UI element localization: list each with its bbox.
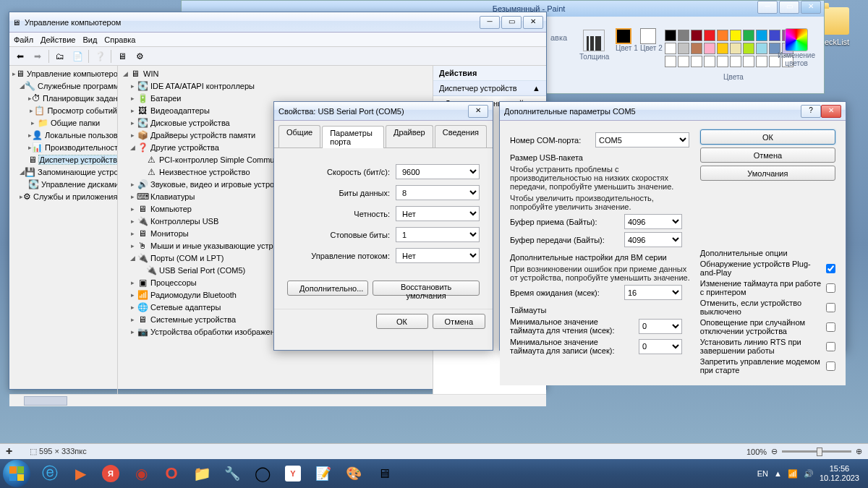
help-icon[interactable]: ❔: [92, 48, 108, 64]
network-icon[interactable]: 📶: [788, 469, 798, 479]
databits-select[interactable]: 8: [396, 185, 480, 200]
expand-icon[interactable]: ▸: [128, 181, 137, 188]
tree-item[interactable]: ▸🖥Управление компьютером (л: [11, 67, 117, 80]
color-swatch[interactable]: [678, 30, 689, 41]
color-swatch[interactable]: [717, 30, 728, 41]
expand-icon[interactable]: ▸: [128, 107, 137, 114]
color-swatch[interactable]: [743, 56, 754, 67]
expand-icon[interactable]: ▸: [128, 242, 137, 249]
scan-icon[interactable]: 🖥: [114, 48, 130, 64]
tab-3[interactable]: Сведения: [435, 125, 487, 147]
taskbar-app-icon[interactable]: ◉: [127, 462, 156, 485]
taskbar-paint-icon[interactable]: 🎨: [339, 462, 368, 485]
maximize-button[interactable]: ▭: [779, 1, 799, 14]
color-palette[interactable]: [665, 30, 788, 67]
color-swatch[interactable]: [756, 30, 767, 41]
taskbar-yandex-icon[interactable]: Я: [96, 462, 125, 485]
expand-icon[interactable]: ◢: [20, 82, 25, 90]
mgmt-toolbar[interactable]: ⬅ ➡ 🗂 📄 ❔ 🖥 ⚙: [9, 47, 546, 66]
close-button[interactable]: ✕: [523, 16, 543, 29]
taskbar-mgmt-icon[interactable]: 🖥: [370, 462, 399, 485]
expand-icon[interactable]: ▸: [128, 279, 137, 286]
color-swatch[interactable]: [730, 30, 741, 41]
color-swatch[interactable]: [717, 56, 728, 67]
taskbar-explorer-icon[interactable]: 📁: [187, 462, 216, 485]
taskbar-browser-icon[interactable]: Y: [278, 462, 307, 485]
speed-select[interactable]: 9600: [396, 164, 480, 179]
expand-icon[interactable]: ▸: [128, 205, 137, 213]
expand-icon[interactable]: ▸: [128, 193, 137, 200]
forward-icon[interactable]: ➡: [30, 48, 46, 64]
back-icon[interactable]: ⬅: [12, 48, 28, 64]
config-icon[interactable]: ⚙: [132, 48, 148, 64]
expand-icon[interactable]: ◢: [121, 70, 129, 77]
maximize-button[interactable]: ▭: [501, 16, 522, 29]
parity-select[interactable]: Нет: [396, 206, 480, 221]
taskbar-opera-icon[interactable]: O: [157, 462, 186, 485]
color-swatch[interactable]: [756, 56, 767, 67]
tree-item[interactable]: ◢🖥WIN: [119, 67, 433, 80]
ok-button[interactable]: ОК: [376, 314, 428, 329]
help-button[interactable]: ?: [801, 105, 821, 118]
color-swatch[interactable]: [730, 43, 741, 54]
expand-icon[interactable]: ▸: [128, 132, 137, 139]
latency-select[interactable]: 16: [624, 285, 682, 300]
tree-item[interactable]: ▸📋Просмотр событий: [11, 104, 117, 116]
adv-titlebar[interactable]: Дополнительные параметры COM5 ? ✕: [500, 102, 846, 121]
expand-icon[interactable]: ▸: [128, 316, 137, 323]
hscrollbar[interactable]: [9, 394, 546, 406]
option-checkbox[interactable]: [826, 264, 835, 273]
zoom-slider[interactable]: [782, 450, 851, 453]
expand-icon[interactable]: ▸: [128, 304, 137, 311]
props-icon[interactable]: 📄: [69, 48, 85, 64]
expand-icon[interactable]: ▸: [128, 328, 137, 335]
taskbar-ie-icon[interactable]: ⓔ: [35, 462, 64, 485]
tx-buffer-select[interactable]: 4096: [624, 232, 682, 247]
expand-icon[interactable]: ▸: [28, 107, 34, 114]
actions-section[interactable]: Диспетчер устройств ▲: [433, 81, 546, 96]
option-checkbox[interactable]: [826, 322, 835, 332]
color-swatch[interactable]: [704, 56, 715, 67]
color-swatch[interactable]: [756, 43, 767, 54]
start-button[interactable]: [3, 460, 30, 487]
color-swatch[interactable]: [743, 43, 754, 54]
expand-icon[interactable]: ▸: [128, 119, 137, 127]
menu-Справка[interactable]: Справка: [104, 35, 135, 44]
clock[interactable]: 15:56 10.12.2023: [820, 464, 859, 483]
props-titlebar[interactable]: Свойства: USB Serial Port (COM5) ✕: [274, 102, 493, 121]
read-timeout-select[interactable]: 0: [639, 319, 682, 334]
color-swatch[interactable]: [678, 43, 689, 54]
option-checkbox[interactable]: [826, 283, 835, 293]
tab-1[interactable]: Параметры порта: [322, 126, 384, 148]
color-swatch[interactable]: [730, 56, 741, 67]
expand-icon[interactable]: ◢: [128, 254, 137, 262]
tree-icon[interactable]: 🗂: [52, 48, 68, 64]
stopbits-select[interactable]: 1: [396, 227, 480, 242]
expand-icon[interactable]: ▸: [128, 95, 137, 102]
volume-icon[interactable]: 🔊: [804, 469, 814, 479]
tree-item[interactable]: ▸⚙Службы и приложения: [11, 190, 117, 202]
color-swatch[interactable]: [704, 30, 715, 41]
tree-item[interactable]: 🖥Диспетчер устройств: [11, 153, 117, 166]
expand-icon[interactable]: ▸: [28, 119, 37, 127]
language-indicator[interactable]: EN: [757, 469, 768, 478]
taskbar-notepadpp-icon[interactable]: 📝: [309, 462, 338, 485]
tab-0[interactable]: Общие: [278, 125, 320, 147]
cancel-button[interactable]: Отмена: [433, 314, 485, 329]
expand-icon[interactable]: ▸: [128, 291, 137, 299]
tree-item[interactable]: ▸👤Локальные пользова: [11, 129, 117, 141]
taskbar-chrome-icon[interactable]: ◯: [248, 462, 277, 485]
taskbar-tool-icon[interactable]: 🔧: [218, 462, 247, 485]
color-swatch[interactable]: [691, 56, 702, 67]
taskbar-media-icon[interactable]: ▶: [66, 462, 95, 485]
menu-Файл[interactable]: Файл: [14, 35, 33, 44]
close-button[interactable]: ✕: [468, 105, 488, 118]
tree-item[interactable]: ▸📁Общие папки: [11, 116, 117, 129]
mgmt-menubar[interactable]: ФайлДействиеВидСправка: [9, 33, 546, 47]
cancel-button[interactable]: Отмена: [700, 147, 835, 163]
color-swatch[interactable]: [717, 43, 728, 54]
minimize-button[interactable]: ─: [757, 1, 778, 14]
option-checkbox[interactable]: [826, 342, 835, 351]
taskbar[interactable]: ⓔ ▶ Я ◉ O 📁 🔧 ◯ Y 📝 🎨 🖥 EN ▲ 📶 🔊 15:56 1…: [0, 459, 868, 488]
expand-icon[interactable]: ▸: [128, 218, 137, 225]
